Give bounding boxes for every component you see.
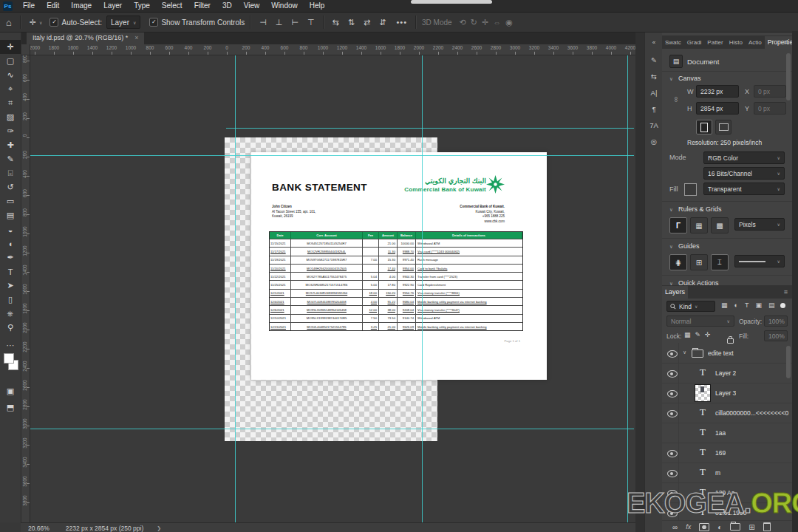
- more-options-icon[interactable]: •••: [396, 18, 407, 27]
- menu-edit[interactable]: Edit: [41, 0, 65, 12]
- layer-row[interactable]: TLayer 2: [662, 363, 792, 383]
- 3d-camera-icon[interactable]: ◉: [505, 18, 513, 27]
- document-tab[interactable]: Italy id.psd @ 20.7% (RGB/16) * ×: [27, 31, 144, 44]
- menu-type[interactable]: Type: [128, 0, 156, 12]
- layer-row[interactable]: T169: [662, 443, 792, 463]
- distribute-left-icon[interactable]: ⇄: [364, 18, 370, 27]
- character-panel-icon[interactable]: A|: [647, 86, 661, 99]
- fill-dropdown[interactable]: Transparent ∨: [703, 183, 785, 195]
- align-center-h-icon[interactable]: ⊥: [276, 18, 283, 27]
- bank-statement-page[interactable]: BANK STATEMENT البنك التجاري الكويتي Com…: [251, 152, 547, 380]
- vertical-ruler[interactable]: 8006004002000200400600800100012001400160…: [21, 55, 30, 522]
- path-select-tool-icon[interactable]: ➤: [0, 279, 21, 293]
- fill-swatch[interactable]: [684, 183, 697, 196]
- x-field[interactable]: 0 px: [754, 85, 786, 98]
- tab-gradi[interactable]: Gradi: [684, 36, 705, 49]
- menu-help[interactable]: Help: [304, 0, 331, 12]
- 3d-slide-icon[interactable]: ⇔: [493, 18, 501, 27]
- landscape-orientation-button[interactable]: [715, 120, 732, 134]
- blend-mode-dropdown[interactable]: Normal ∨: [666, 316, 734, 327]
- move-tool-icon[interactable]: ✛: [0, 40, 21, 54]
- brush-settings-panel-icon[interactable]: ✎: [647, 53, 661, 66]
- toggle-rulers-button[interactable]: Γ: [669, 217, 687, 233]
- distribute-top-icon[interactable]: ⇵: [379, 18, 386, 27]
- zoom-level[interactable]: 20.66%: [28, 525, 50, 532]
- y-field[interactable]: 0 px: [754, 102, 786, 115]
- menu-3d[interactable]: 3D: [216, 0, 238, 12]
- clone-stamp-tool-icon[interactable]: ⌻: [0, 166, 21, 180]
- auto-select-checkbox[interactable]: ✓: [50, 18, 58, 27]
- dodge-tool-icon[interactable]: ◖: [0, 236, 21, 250]
- toggle-guides-button[interactable]: ⋕: [669, 254, 687, 270]
- status-chevron-icon[interactable]: ❯: [157, 525, 161, 531]
- filter-pixel-layers-icon[interactable]: ▦: [721, 301, 728, 309]
- menu-select[interactable]: Select: [156, 0, 188, 12]
- filter-type-layers-icon[interactable]: T: [745, 301, 749, 309]
- delete-layer-icon[interactable]: [763, 522, 771, 531]
- portrait-orientation-button[interactable]: [696, 120, 712, 134]
- menu-layer[interactable]: Layer: [98, 0, 128, 12]
- eraser-tool-icon[interactable]: ▭: [0, 194, 21, 208]
- menu-view[interactable]: View: [238, 0, 266, 12]
- layer-row[interactable]: ∨edite text: [662, 343, 792, 364]
- toggle-pixel-grid-button[interactable]: ▩: [711, 217, 729, 233]
- layer-row[interactable]: Layer 3: [662, 383, 792, 403]
- layer-row[interactable]: Tcilla0000000...<<<<<<<<0 d: [662, 403, 792, 423]
- chevron-down-icon[interactable]: ∨: [683, 349, 686, 355]
- tab-patter[interactable]: Patter: [704, 36, 726, 49]
- guide-style-dropdown[interactable]: ∨: [734, 255, 785, 267]
- object-selection-tool-icon[interactable]: ⌖: [0, 82, 21, 96]
- lock-guides-button[interactable]: ⊞: [690, 254, 708, 270]
- marquee-tool-icon[interactable]: ▢: [0, 54, 21, 68]
- layer-filter-dropdown[interactable]: Kind ∨: [666, 301, 715, 312]
- move-tool-icon[interactable]: ✛: [30, 18, 36, 27]
- ruler-units-dropdown[interactable]: Pixels ∨: [734, 218, 785, 231]
- expand-panels-icon[interactable]: «: [647, 35, 661, 49]
- panel-menu-icon[interactable]: ≡: [784, 38, 788, 46]
- new-layer-icon[interactable]: ⊞: [748, 523, 754, 531]
- chevron-down-icon[interactable]: ∨: [669, 207, 673, 213]
- lock-paint-icon[interactable]: ✎: [695, 331, 701, 338]
- align-middle-icon[interactable]: ⊤: [307, 18, 315, 27]
- color-mode-dropdown[interactable]: RGB Color ∨: [703, 151, 785, 164]
- adjustments-panel-icon[interactable]: ⇆: [647, 69, 661, 83]
- type-tool-icon[interactable]: T: [0, 265, 21, 279]
- visibility-eye-icon[interactable]: [667, 390, 678, 398]
- new-group-icon[interactable]: [730, 523, 740, 531]
- 3d-roll-icon[interactable]: ↻: [471, 18, 477, 27]
- blur-tool-icon[interactable]: ◒: [0, 222, 21, 236]
- gradient-tool-icon[interactable]: ▤: [0, 208, 21, 222]
- screen-mode-icon[interactable]: ⬒: [0, 400, 21, 415]
- layer-row[interactable]: T1aa: [662, 423, 792, 443]
- chevron-down-icon[interactable]: ∨: [669, 76, 673, 82]
- layer-style-icon[interactable]: fx: [686, 523, 691, 531]
- tab-actio[interactable]: Actio: [746, 36, 765, 49]
- hand-tool-icon[interactable]: ⎈: [0, 307, 21, 321]
- bit-depth-dropdown[interactable]: 16 Bits/Channel ∨: [703, 167, 785, 180]
- pen-tool-icon[interactable]: ✒: [0, 250, 21, 265]
- chevron-down-icon[interactable]: ∨: [669, 244, 673, 250]
- visibility-eye-icon[interactable]: [667, 370, 678, 378]
- glyphs-panel-icon[interactable]: 7A: [647, 118, 661, 132]
- menu-image[interactable]: Image: [65, 0, 98, 12]
- clear-guides-button[interactable]: ⌶: [711, 254, 729, 270]
- layers-scrollbar[interactable]: [786, 346, 791, 378]
- layer-thumbnail[interactable]: [695, 384, 711, 402]
- link-dimensions-icon[interactable]: ∞: [672, 97, 681, 102]
- clone-source-panel-icon[interactable]: ◎: [647, 134, 661, 148]
- lock-move-icon[interactable]: ✛: [705, 331, 711, 338]
- menu-filter[interactable]: Filter: [188, 0, 216, 12]
- home-icon[interactable]: ⌂: [6, 17, 12, 28]
- align-left-icon[interactable]: ⊣: [259, 18, 267, 27]
- frame-tool-icon[interactable]: ▨: [0, 110, 21, 124]
- show-transform-checkbox[interactable]: ✓: [149, 18, 158, 27]
- link-layers-icon[interactable]: ∞: [672, 523, 678, 531]
- history-brush-tool-icon[interactable]: ↺: [0, 180, 21, 194]
- width-field[interactable]: 2232 px: [696, 85, 739, 98]
- horizontal-ruler[interactable]: 2000180016001400120010008006004002000200…: [21, 44, 635, 55]
- filter-smart-objects-icon[interactable]: ▤: [768, 301, 775, 309]
- paragraph-panel-icon[interactable]: ¶: [647, 102, 661, 115]
- filter-adjustment-layers-icon[interactable]: ◐: [734, 301, 738, 309]
- height-field[interactable]: 2854 px: [696, 102, 739, 115]
- opacity-field[interactable]: 100%: [764, 316, 788, 327]
